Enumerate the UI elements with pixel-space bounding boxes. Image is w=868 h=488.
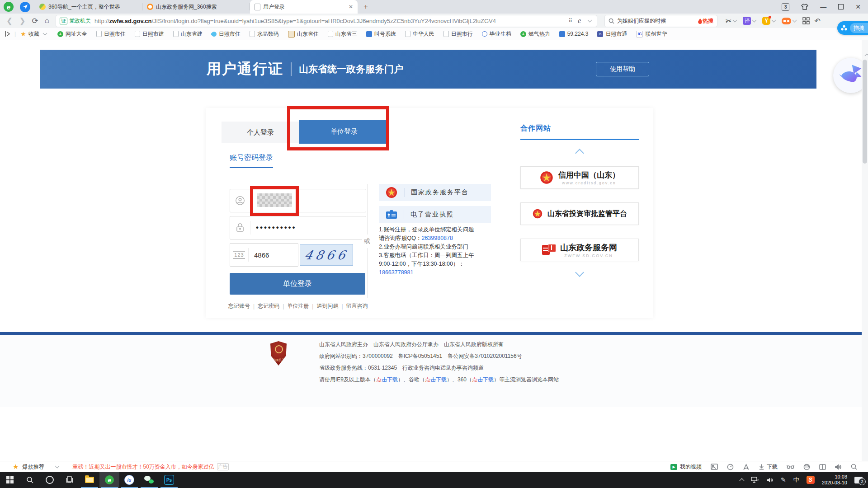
- bookmark-item[interactable]: 叫号系统: [366, 30, 396, 38]
- navigation-icon[interactable]: [20, 2, 30, 12]
- tab-user-login[interactable]: 用户登录 ✕: [250, 0, 358, 14]
- tab-close-icon[interactable]: ✕: [349, 4, 353, 10]
- ie-compat-icon[interactable]: e: [578, 17, 581, 25]
- theme-shirt-icon[interactable]: [801, 4, 808, 10]
- scroll-down-icon[interactable]: [575, 268, 584, 277]
- business-license-login[interactable]: 电子营业执照: [379, 206, 491, 223]
- reading-mode-icon[interactable]: [787, 464, 794, 469]
- page-scrollbar[interactable]: [862, 40, 868, 461]
- volume-icon[interactable]: [766, 477, 774, 483]
- network-icon[interactable]: [751, 477, 759, 483]
- minimize-button[interactable]: —: [820, 3, 826, 10]
- undo-closed-tab-icon[interactable]: ↶: [814, 17, 820, 25]
- taskbar-file-explorer[interactable]: [80, 472, 99, 488]
- new-tab-button[interactable]: ＋: [362, 2, 369, 12]
- download-link-chrome[interactable]: 点击下载: [425, 374, 447, 385]
- search-box[interactable]: 为姐姐们应援的时候 热搜: [604, 15, 717, 27]
- site-cert-icon[interactable]: 证: [60, 18, 67, 24]
- bookmark-item[interactable]: b日照市通: [597, 30, 627, 38]
- bookmark-item[interactable]: 日照市住: [96, 30, 126, 38]
- apps-grid-icon[interactable]: [802, 17, 810, 24]
- sogou-input-icon[interactable]: S: [807, 476, 815, 484]
- service-phone[interactable]: 18663778981: [379, 269, 413, 276]
- sidebar-toggle-icon[interactable]: [5, 31, 11, 37]
- scrollbar-thumb[interactable]: [863, 60, 867, 164]
- taskbar-clock[interactable]: 10:03 2020-08-10: [822, 474, 847, 486]
- captcha-input[interactable]: 123 4866: [230, 243, 298, 267]
- bookmark-item[interactable]: +网址大全: [57, 30, 87, 38]
- partner-shandong-zwfw[interactable]: 山东政务服务网 ZWFW.SD.GOV.CN: [520, 239, 639, 261]
- tab-360-search[interactable]: 山东政务服务网_360搜索: [142, 0, 250, 14]
- unit-login-button[interactable]: 单位登录: [230, 273, 365, 295]
- find-on-page-icon[interactable]: [851, 464, 857, 470]
- partner-credit-china[interactable]: 信用中国（山东） www.creditsd.gov.cn: [520, 166, 639, 189]
- taskbar-wechat[interactable]: [139, 472, 159, 488]
- url-text[interactable]: http://zwfw.sd.gov.cn/JIS/front/login.do…: [94, 18, 564, 24]
- unit-register-link[interactable]: 单位注册: [287, 302, 309, 310]
- home-button[interactable]: ⌂: [45, 16, 49, 25]
- forgot-account-link[interactable]: 忘记账号: [228, 302, 250, 310]
- ie-mode-icon[interactable]: [803, 464, 810, 470]
- help-button[interactable]: 使用帮助: [596, 62, 649, 76]
- close-button[interactable]: ✕: [855, 3, 861, 10]
- task-view-button[interactable]: [60, 472, 80, 488]
- screenshot-dropdown-icon[interactable]: [733, 18, 737, 23]
- wallet-icon[interactable]: ¥: [762, 17, 770, 25]
- mute-speaker-icon[interactable]: [835, 464, 842, 470]
- translate-icon[interactable]: 译: [743, 17, 751, 25]
- scroll-up-icon[interactable]: [575, 149, 584, 158]
- wallet-dropdown-icon[interactable]: [772, 18, 776, 23]
- translate-dropdown-icon[interactable]: [752, 18, 757, 23]
- scrollbar-up-arrow[interactable]: [865, 54, 868, 58]
- my-videos-button[interactable]: ▶ 我的视频: [670, 463, 702, 471]
- forward-button[interactable]: ❯: [19, 16, 25, 26]
- bookmark-item[interactable]: 中华人民: [405, 30, 434, 38]
- password-input[interactable]: ••••••••••: [230, 216, 366, 239]
- drag-collect-panel[interactable]: 拖拽: [837, 21, 868, 35]
- ticker-toggle-icon[interactable]: [55, 464, 60, 469]
- favorites-dropdown-icon[interactable]: [42, 31, 47, 36]
- bookmark-item[interactable]: 毕业生档: [482, 30, 511, 38]
- taskbar-photoshop[interactable]: Ps: [159, 472, 179, 488]
- split-window-icon[interactable]: [819, 464, 826, 470]
- tray-expand-icon[interactable]: [739, 478, 744, 483]
- download-link-360[interactable]: 点击下载: [472, 374, 494, 385]
- search-query[interactable]: 为姐姐们应援的时候: [617, 17, 698, 25]
- pen-input-icon[interactable]: ✎: [781, 476, 786, 483]
- taskbar-search-button[interactable]: [20, 472, 40, 488]
- promo-label[interactable]: 爆款推荐: [22, 463, 44, 471]
- news-ticker[interactable]: 重磅！近期又出一股市怪才！50万资金入市，如今身家过亿: [72, 463, 214, 471]
- cortana-button[interactable]: [40, 472, 60, 488]
- bookmark-item[interactable]: 水晶数码: [250, 30, 279, 38]
- bookmark-item[interactable]: 山东省住: [288, 30, 319, 38]
- tab-360-nav[interactable]: 360导航_一个主页，整个世界: [35, 0, 142, 14]
- address-bar[interactable]: 证 党政机关 http://zwfw.sd.gov.cn/JIS/front/l…: [56, 15, 597, 27]
- refresh-button[interactable]: ⟳: [32, 16, 38, 26]
- restore-button[interactable]: [838, 4, 844, 9]
- national-platform-login[interactable]: 国家政务服务平台: [379, 184, 491, 201]
- back-button[interactable]: ❮: [6, 16, 13, 26]
- browser-logo-icon[interactable]: e: [4, 2, 14, 12]
- hot-search[interactable]: 热搜: [698, 17, 713, 25]
- favorites-menu[interactable]: ★ 收藏: [20, 30, 48, 38]
- partner-investment-platform[interactable]: 山东省投资审批监管平台: [520, 202, 639, 225]
- taskbar-360-browser[interactable]: e: [99, 472, 119, 488]
- games-icon[interactable]: [782, 18, 791, 24]
- feedback-link[interactable]: 留言咨询: [346, 302, 368, 310]
- bookmark-item[interactable]: +燃气热力: [520, 30, 550, 38]
- screenshot-scissors-icon[interactable]: ✂: [726, 17, 731, 25]
- qrcode-icon[interactable]: ⠿: [568, 18, 572, 24]
- captcha-image[interactable]: 4866: [300, 244, 353, 266]
- speed-mode-icon[interactable]: [727, 464, 734, 470]
- ime-indicator[interactable]: 中: [793, 476, 799, 484]
- start-button[interactable]: [0, 472, 20, 488]
- notification-center-icon[interactable]: 2: [854, 477, 863, 483]
- games-dropdown-icon[interactable]: [793, 18, 797, 23]
- bookmark-item[interactable]: 59.224.3: [559, 31, 589, 37]
- bookmark-item[interactable]: 山东省建: [173, 30, 203, 38]
- boost-rocket-icon[interactable]: [743, 464, 750, 470]
- bookmark-item[interactable]: 日照市住: [212, 30, 241, 38]
- taskbar-iu-app[interactable]: iu: [119, 472, 139, 488]
- download-manager-button[interactable]: 下载: [759, 463, 778, 471]
- download-link-ie[interactable]: 点击下载: [376, 374, 398, 385]
